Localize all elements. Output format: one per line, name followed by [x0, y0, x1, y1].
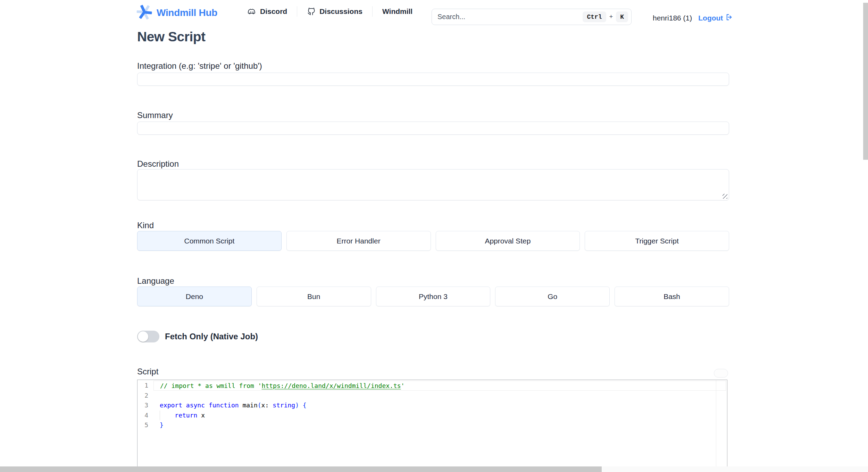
description-field-wrap	[137, 169, 729, 200]
logout-button[interactable]: Logout	[698, 13, 733, 23]
line-number: 5	[137, 420, 153, 430]
page-title: New Script	[137, 29, 206, 44]
code-token: return	[175, 412, 197, 419]
fetch-only-toggle[interactable]	[137, 331, 159, 342]
code-line-content: return x	[153, 411, 726, 421]
editor-toggle-pill[interactable]	[714, 369, 728, 378]
integration-label: Integration (e.g: 'stripe' or 'github')	[137, 61, 262, 71]
fetch-only-label: Fetch Only (Native Job)	[165, 332, 258, 341]
code-token: main	[239, 401, 258, 409]
nav-link-label: Windmill	[382, 7, 412, 16]
code-line[interactable]: 5}	[137, 420, 727, 430]
page-horizontal-scrollbar[interactable]	[0, 466, 868, 472]
nav-link-label: Discussions	[319, 7, 362, 16]
nav-link-discord[interactable]: Discord	[247, 7, 287, 16]
horizontal-scrollbar-thumb[interactable]	[0, 466, 602, 472]
kind-option-approval-step[interactable]: Approval Step	[436, 231, 580, 251]
line-number: 2	[137, 391, 153, 401]
search-input[interactable]	[437, 13, 583, 21]
kind-options: Common ScriptError HandlerApproval StepT…	[137, 231, 729, 251]
fetch-only-row: Fetch Only (Native Job)	[137, 331, 258, 342]
code-token	[299, 401, 303, 409]
code-line-content	[153, 391, 726, 401]
shortcut-plus: +	[609, 13, 613, 20]
nav-link-discussions[interactable]: Discussions	[307, 7, 362, 16]
line-number: 3	[137, 400, 153, 411]
language-option-go[interactable]: Go	[495, 287, 610, 306]
kind-option-trigger-script[interactable]: Trigger Script	[585, 231, 729, 251]
code-token: https://deno.land/x/windmill/index.ts	[262, 382, 401, 389]
summary-input[interactable]	[137, 122, 729, 135]
code-line[interactable]: 4 return x	[137, 411, 727, 421]
kind-option-error-handler[interactable]: Error Handler	[286, 231, 431, 251]
nav-link-label: Discord	[260, 7, 287, 16]
code-token: '	[401, 382, 405, 389]
code-line-content: }	[153, 420, 726, 430]
github-icon	[307, 7, 316, 16]
code-line[interactable]: 1// import * as wmill from 'https://deno…	[137, 381, 727, 391]
nav-link-windmill[interactable]: Windmill	[382, 7, 412, 16]
kind-option-common-script[interactable]: Common Script	[137, 231, 282, 251]
logo-text: Windmill Hub	[157, 7, 217, 18]
search-box[interactable]: Ctrl + K	[432, 9, 632, 25]
code-token: x	[197, 412, 205, 419]
ctrl-key-badge: Ctrl	[583, 11, 606, 22]
language-option-bun[interactable]: Bun	[257, 287, 371, 306]
code-line-content: export async function main(x: string) {	[153, 400, 726, 411]
kind-label: Kind	[137, 221, 154, 230]
summary-label: Summary	[137, 110, 173, 120]
nav-separator	[372, 6, 373, 17]
code-token: {	[303, 401, 307, 409]
nav-separator	[297, 6, 297, 17]
user-area: henri186 (1) Logout	[653, 13, 733, 23]
code-line[interactable]: 3export async function main(x: string) {	[137, 400, 727, 411]
code-token: // import * as wmill from '	[160, 382, 262, 389]
code-token: (	[258, 401, 261, 409]
indent-guide	[160, 411, 160, 421]
description-label: Description	[137, 159, 179, 169]
line-number: 1	[137, 381, 153, 391]
discord-icon	[247, 7, 257, 16]
code-line[interactable]: 2	[137, 391, 727, 401]
username: henri186 (1)	[653, 14, 692, 22]
code-token: )	[295, 401, 299, 409]
main-content: New Script Integration (e.g: 'stripe' or…	[137, 28, 729, 472]
code-token: string	[273, 401, 295, 409]
header-nav: DiscordDiscussionsWindmill	[247, 0, 412, 23]
code-editor[interactable]: 1// import * as wmill from 'https://deno…	[137, 380, 727, 467]
language-option-python-3[interactable]: Python 3	[376, 287, 491, 306]
language-option-bash[interactable]: Bash	[615, 287, 729, 306]
language-options: DenoBunPython 3GoBash	[137, 287, 729, 306]
logout-label: Logout	[698, 14, 723, 22]
code-lines: 1// import * as wmill from 'https://deno…	[137, 380, 727, 430]
line-number: 4	[137, 411, 153, 421]
editor-scrollbar-track[interactable]	[716, 380, 716, 467]
integration-input[interactable]	[137, 73, 729, 86]
header: Windmill Hub DiscordDiscussionsWindmill …	[0, 0, 868, 28]
code-token: export async function	[160, 401, 239, 409]
code-token: x:	[261, 401, 273, 409]
k-key-badge: K	[616, 11, 628, 22]
windmill-hub-logo[interactable]: Windmill Hub	[136, 4, 217, 22]
logout-icon	[725, 13, 733, 23]
code-token	[160, 412, 175, 419]
language-option-deno[interactable]: Deno	[137, 287, 252, 306]
vertical-scrollbar-thumb[interactable]	[863, 3, 868, 160]
script-label: Script	[137, 367, 158, 376]
description-textarea[interactable]	[137, 169, 729, 200]
windmill-logo-icon	[136, 4, 152, 22]
code-line-content: // import * as wmill from 'https://deno.…	[153, 381, 726, 391]
language-label: Language	[137, 276, 174, 286]
toggle-knob	[138, 331, 148, 342]
code-token: }	[160, 421, 164, 429]
